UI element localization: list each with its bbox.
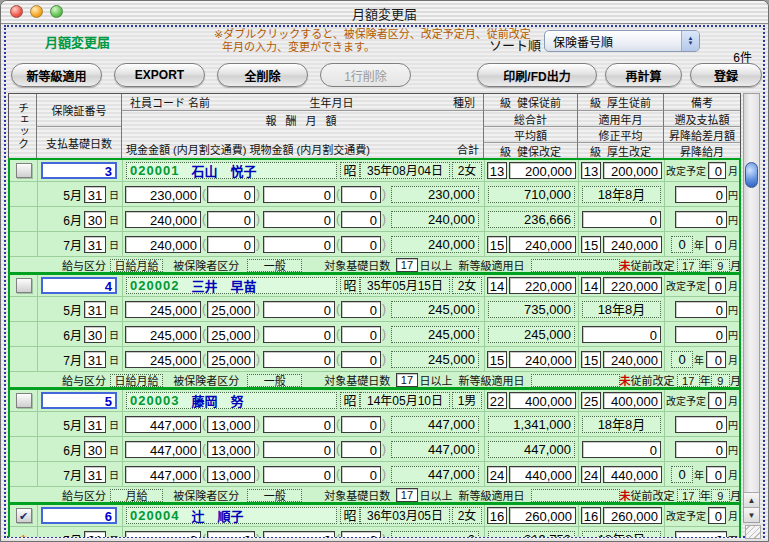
days-field[interactable]: 31 [84,416,106,433]
goods-amount-field[interactable]: 0 [263,326,335,343]
base-days-field[interactable]: 17 [396,258,417,272]
prev-revision-month[interactable]: 9 [711,374,730,387]
kosei-grade-new[interactable]: 15 [581,236,601,253]
print-fd-output-button[interactable]: 印刷/FD出力 [477,63,597,87]
prev-revision-year[interactable]: 17 [677,489,700,502]
kenpo-grade-before[interactable]: 16 [487,507,507,524]
updown-month-field[interactable]: 0 [706,236,726,253]
employee-code-name[interactable]: 020001 石山 悦子 [126,162,337,179]
cash-amount-field[interactable]: 245,000 [125,301,201,318]
kosei-amount-new[interactable]: 440,000 [603,466,662,483]
cash-amount-field[interactable]: 230,000 [125,186,201,203]
retro-pay-field[interactable]: 0 [675,416,727,433]
prev-revision-year[interactable]: 17 [677,259,700,272]
kenpo-grade-new[interactable]: 15 [487,236,507,253]
days-field[interactable]: 31 [84,351,106,368]
kenpo-amount-new[interactable]: 240,000 [509,351,576,368]
pay-type-value[interactable]: 日給月給 [110,259,163,272]
cash-commute-field[interactable]: 25,000 [207,301,255,318]
cash-commute-field[interactable]: 0 [207,236,255,253]
retro-pay-field[interactable]: 0 [675,186,727,203]
kenpo-amount-new[interactable]: 240,000 [509,236,576,253]
insured-type-value[interactable]: 一般 [247,489,302,502]
days-field[interactable]: 31 [84,466,106,483]
kosei-amount-new[interactable]: 240,000 [603,351,662,368]
cash-amount-field[interactable]: 245,000 [125,351,201,368]
insured-type-value[interactable]: 一般 [247,259,302,272]
base-days-field[interactable]: 17 [396,488,417,502]
kaitei-yotei-field[interactable]: 0 [708,507,726,524]
goods-amount-field[interactable]: 0 [263,531,335,538]
goods-commute-field[interactable]: 0 [341,301,381,318]
kenpo-amount-new[interactable]: 440,000 [509,466,576,483]
retro-pay-field[interactable]: 0 [675,531,727,538]
goods-amount-field[interactable]: 0 [263,416,335,433]
cash-amount-field[interactable]: 447,000 [125,441,201,458]
goods-amount-field[interactable]: 0 [263,301,335,318]
modified-average-field[interactable]: 0 [582,211,661,228]
kenpo-grade-before[interactable]: 22 [487,392,507,409]
sort-order-select[interactable]: 保険番号順 ▲▼ [544,30,700,52]
goods-commute-field[interactable]: 0 [341,326,381,343]
updown-month-field[interactable]: 0 [706,466,726,483]
register-button[interactable]: 登録 [690,63,762,87]
goods-commute-field[interactable]: 0 [341,466,381,483]
recalculate-button[interactable]: 再計算 [605,63,682,87]
cash-commute-field[interactable]: 13,000 [207,466,255,483]
new-grade-date-value[interactable] [531,259,620,272]
days-field[interactable]: 31 [84,236,106,253]
employee-code-name[interactable]: 020004 辻 順子 [126,507,337,524]
cash-commute-field[interactable]: 25,000 [207,326,255,343]
kaitei-yotei-field[interactable]: 0 [708,162,726,179]
scrollbar-thumb[interactable] [745,162,758,188]
days-field[interactable]: 31 [84,531,106,538]
kosei-amount-before[interactable]: 200,000 [603,162,662,179]
goods-commute-field[interactable]: 0 [341,211,381,228]
kaitei-yotei-field[interactable]: 0 [708,392,726,409]
row-checkbox[interactable] [16,393,32,408]
updown-diff-field[interactable]: 0 [675,211,727,228]
cash-commute-field[interactable]: 13,000 [207,416,255,433]
goods-amount-field[interactable]: 0 [263,211,335,228]
pay-type-value[interactable]: 日給月給 [110,374,163,387]
scroll-down-button[interactable]: ▼ [744,507,759,522]
kosei-grade-before[interactable]: 14 [581,277,601,294]
resize-grip[interactable] [745,525,761,539]
cash-amount-field[interactable]: 0 [125,531,201,538]
goods-amount-field[interactable]: 0 [263,186,335,203]
kosei-amount-before[interactable]: 260,000 [603,507,662,524]
kosei-amount-before[interactable]: 220,000 [603,277,662,294]
kosei-grade-new[interactable]: 24 [581,466,601,483]
cash-amount-field[interactable]: 447,000 [125,466,201,483]
goods-commute-field[interactable]: 0 [341,416,381,433]
kenpo-grade-before[interactable]: 13 [487,162,507,179]
cash-commute-field[interactable]: 0 [207,211,255,228]
insurance-number-field[interactable]: 6 [41,507,117,524]
vertical-scrollbar[interactable]: ▲ ▼ [743,93,760,523]
goods-amount-field[interactable]: 0 [263,441,335,458]
goods-amount-field[interactable]: 0 [263,236,335,253]
new-grade-apply-button[interactable]: 新等級適用 [11,63,102,87]
delete-all-button[interactable]: 全削除 [217,63,308,87]
kenpo-amount-before[interactable]: 220,000 [509,277,576,294]
title-bar[interactable]: 月額変更届 [1,1,768,24]
employee-code-name[interactable]: 020002 三井 早苗 [126,277,337,294]
export-button[interactable]: EXPORT [114,63,205,87]
cash-commute-field[interactable]: 0 [207,186,255,203]
employee-code-name[interactable]: 020003 藤岡 努 [126,392,337,409]
goods-commute-field[interactable]: 0 [341,236,381,253]
kenpo-amount-before[interactable]: 200,000 [509,162,576,179]
updown-month-field[interactable]: 0 [706,351,726,368]
kenpo-grade-before[interactable]: 14 [487,277,507,294]
cash-commute-field[interactable]: 0 [207,531,255,538]
cash-amount-field[interactable]: 240,000 [125,211,201,228]
row-checkbox[interactable] [16,163,32,178]
kenpo-grade-new[interactable]: 15 [487,351,507,368]
prev-revision-month[interactable]: 9 [711,489,730,502]
kosei-grade-before[interactable]: 25 [581,392,601,409]
kenpo-amount-before[interactable]: 400,000 [509,392,576,409]
kosei-amount-before[interactable]: 400,000 [603,392,662,409]
cash-amount-field[interactable]: 447,000 [125,416,201,433]
cash-commute-field[interactable]: 25,000 [207,351,255,368]
updown-diff-field[interactable]: 0 [675,326,727,343]
